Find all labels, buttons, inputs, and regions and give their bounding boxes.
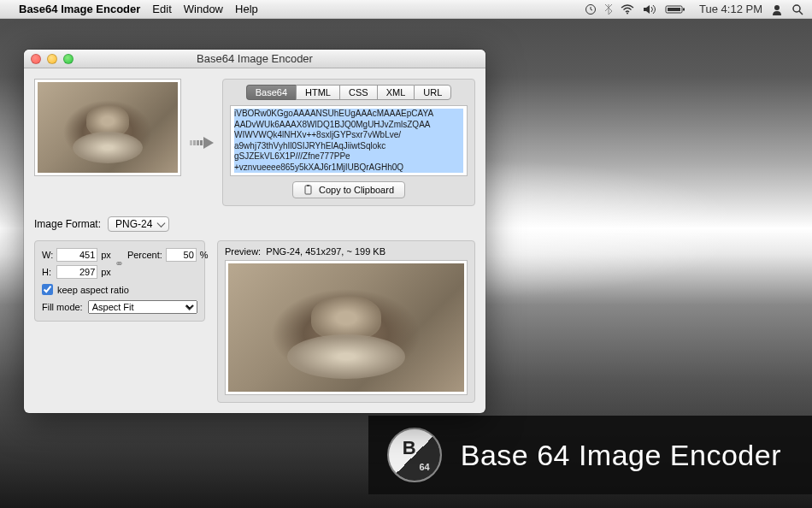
svg-point-6 <box>793 5 800 12</box>
width-unit: px <box>101 250 111 260</box>
bluetooth-icon[interactable] <box>605 3 612 15</box>
svg-rect-10 <box>197 140 199 145</box>
minimize-button[interactable] <box>47 54 57 64</box>
preview-info: PNG-24, 451x297, ~ 199 KB <box>266 246 385 257</box>
preview-image <box>228 263 464 392</box>
spotlight-icon[interactable] <box>791 3 803 15</box>
preview-panel: Preview: PNG-24, 451x297, ~ 199 KB <box>217 240 475 403</box>
output-panel: Base64 HTML CSS XML URL iVBORw0KGgoAAAAN… <box>222 79 475 206</box>
width-input[interactable] <box>56 248 97 262</box>
keep-aspect-label: keep aspect ratio <box>57 285 129 295</box>
clipboard-icon <box>303 185 314 195</box>
link-aspect-icon[interactable]: ⚭ <box>115 257 124 270</box>
tab-css[interactable]: CSS <box>339 85 377 100</box>
app-icon: B 64 <box>387 428 442 482</box>
svg-rect-8 <box>190 140 192 145</box>
copy-to-clipboard-button[interactable]: Copy to Clipboard <box>292 181 405 198</box>
percent-unit: % <box>200 250 209 260</box>
svg-rect-4 <box>683 8 685 10</box>
window-titlebar[interactable]: Base64 Image Encoder <box>24 50 485 68</box>
source-image <box>38 82 178 173</box>
svg-rect-3 <box>668 8 680 11</box>
volume-icon[interactable] <box>643 4 656 15</box>
menu-window[interactable]: Window <box>184 3 223 15</box>
arrow-right-icon <box>190 135 214 151</box>
promo-title: Base 64 Image Encoder <box>461 439 781 472</box>
wifi-icon[interactable] <box>621 4 634 15</box>
mac-menubar: Base64 Image Encoder Edit Window Help Tu… <box>0 0 812 19</box>
keep-aspect-row[interactable]: keep aspect ratio <box>42 284 197 295</box>
tab-base64[interactable]: Base64 <box>246 85 296 100</box>
output-tabs: Base64 HTML CSS XML URL <box>230 85 468 100</box>
height-unit: px <box>101 267 111 277</box>
image-format-select[interactable]: PNG-24 <box>108 216 169 232</box>
percent-label: Percent: <box>127 250 162 260</box>
encoded-output[interactable]: iVBORw0KGgoAAAANSUhEUgAAAcMAAAEpCAYA AAD… <box>230 105 468 176</box>
source-image-well[interactable] <box>34 79 181 176</box>
time-machine-icon[interactable] <box>585 3 597 15</box>
menu-help[interactable]: Help <box>235 3 258 15</box>
svg-rect-9 <box>193 140 196 145</box>
close-button[interactable] <box>31 54 41 64</box>
app-window: Base64 Image Encoder Base64 HTML <box>24 50 485 413</box>
svg-rect-13 <box>307 185 309 186</box>
width-label: W: <box>42 250 53 260</box>
tab-html[interactable]: HTML <box>296 85 339 100</box>
menu-edit[interactable]: Edit <box>152 3 171 15</box>
tab-xml[interactable]: XML <box>377 85 415 100</box>
promo-banner: B 64 Base 64 Image Encoder <box>368 416 812 494</box>
preview-image-box <box>225 260 468 395</box>
percent-input[interactable] <box>166 248 197 262</box>
height-label: H: <box>42 267 53 277</box>
menubar-clock[interactable]: Tue 4:12 PM <box>699 3 762 15</box>
window-title: Base64 Image Encoder <box>24 52 485 65</box>
svg-point-1 <box>627 12 628 14</box>
svg-line-7 <box>799 11 803 15</box>
menubar-app-name[interactable]: Base64 Image Encoder <box>19 3 140 15</box>
svg-rect-12 <box>305 186 311 194</box>
tab-url[interactable]: URL <box>414 85 451 100</box>
svg-rect-11 <box>200 140 203 145</box>
image-format-label: Image Format: <box>34 218 101 230</box>
battery-icon[interactable] <box>665 4 685 15</box>
height-input[interactable] <box>56 265 97 279</box>
zoom-button[interactable] <box>63 54 74 64</box>
fill-mode-label: Fill mode: <box>42 302 83 312</box>
svg-point-5 <box>774 5 780 10</box>
keep-aspect-checkbox[interactable] <box>42 284 53 295</box>
fill-mode-select[interactable]: Aspect Fit <box>88 300 197 314</box>
user-icon[interactable] <box>771 3 783 15</box>
preview-label: Preview: <box>225 246 261 257</box>
dimensions-panel: W: px ⚭ Percent: % H: px keep aspect rat… <box>34 240 205 322</box>
